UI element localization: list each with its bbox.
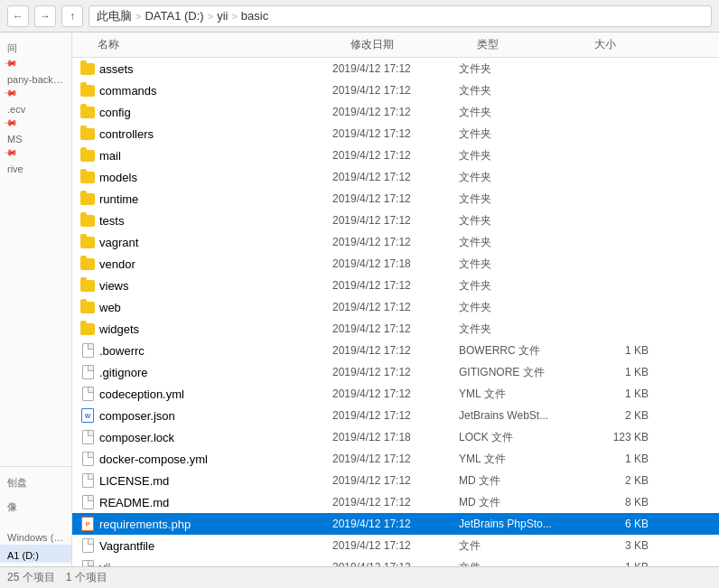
table-row[interactable]: codeception.yml 2019/4/12 17:12 YML 文件 1… xyxy=(72,383,719,405)
sidebar-item-ecv[interactable]: .ecv xyxy=(0,98,71,117)
file-size: 1 KB xyxy=(576,366,649,378)
table-row[interactable]: views 2019/4/12 17:12 文件夹 xyxy=(72,275,719,296)
file-date: 2019/4/12 17:12 xyxy=(332,62,459,75)
breadcrumb[interactable]: 此电脑 > DATA1 (D:) > yii > basic xyxy=(89,5,712,27)
back-button[interactable]: ← xyxy=(7,5,29,27)
file-date: 2019/4/12 17:12 xyxy=(332,214,459,227)
file-name: README.md xyxy=(99,496,332,509)
table-row[interactable]: config 2019/4/12 17:12 文件夹 xyxy=(72,101,719,123)
file-icon xyxy=(82,365,94,379)
file-size: 2 KB xyxy=(576,474,649,487)
file-icon-wrapper xyxy=(79,82,96,98)
file-size: 123 KB xyxy=(576,431,649,443)
sidebar-item-ms[interactable]: MS xyxy=(0,128,71,146)
pin-row-1: 📌 xyxy=(0,57,71,69)
file-icon-wrapper xyxy=(79,234,96,250)
col-header-size[interactable]: 大小 xyxy=(594,37,667,52)
sidebar-item-像[interactable]: 像 xyxy=(0,495,71,516)
forward-button[interactable]: → xyxy=(34,5,56,27)
sidebar-item-windows-c[interactable]: Windows (C:) xyxy=(0,527,71,545)
file-icon-wrapper xyxy=(79,256,96,272)
file-icon xyxy=(82,430,94,444)
file-name: web xyxy=(99,301,332,314)
pin-row-3: 📌 xyxy=(0,117,71,128)
table-row[interactable]: tests 2019/4/12 17:12 文件夹 xyxy=(72,210,719,231)
file-icon-wrapper xyxy=(79,321,96,337)
col-header-date[interactable]: 修改日期 xyxy=(350,37,477,52)
table-row[interactable]: vagrant 2019/4/12 17:12 文件夹 xyxy=(72,231,719,253)
table-row[interactable]: controllers 2019/4/12 17:12 文件夹 xyxy=(72,123,719,145)
file-date: 2019/4/12 17:12 xyxy=(332,192,459,205)
file-icon-wrapper xyxy=(79,494,96,510)
table-row[interactable]: Vagrantfile 2019/4/12 17:12 文件 3 KB xyxy=(72,535,719,556)
table-row[interactable]: widgets 2019/4/12 17:12 文件夹 xyxy=(72,318,719,340)
phpstorm-icon: P xyxy=(81,517,94,531)
file-name: requirements.php xyxy=(99,518,332,531)
file-date: 2019/4/12 17:12 xyxy=(332,453,459,465)
file-type: 文件夹 xyxy=(459,213,576,229)
file-name: controllers xyxy=(99,127,332,141)
table-row[interactable]: docker-compose.yml 2019/4/12 17:12 YML 文… xyxy=(72,448,719,470)
jetbrains-icon: W xyxy=(81,408,94,423)
sidebar-item-quick-access[interactable]: 间 xyxy=(0,36,71,57)
file-icon-wrapper xyxy=(79,212,96,229)
file-icon-wrapper xyxy=(79,104,96,120)
file-type: MD 文件 xyxy=(459,495,576,510)
table-row[interactable]: mail 2019/4/12 17:12 文件夹 xyxy=(72,145,719,166)
file-date: 2019/4/12 17:12 xyxy=(332,279,459,292)
file-name: widgets xyxy=(99,322,332,336)
file-size: 1 KB xyxy=(576,344,649,357)
file-name: runtime xyxy=(99,192,332,206)
table-row[interactable]: commands 2019/4/12 17:12 文件夹 xyxy=(72,79,719,101)
file-date: 2019/4/12 17:12 xyxy=(332,344,459,357)
folder-icon xyxy=(80,193,95,205)
table-row[interactable]: composer.lock 2019/4/12 17:18 LOCK 文件 12… xyxy=(72,426,719,448)
table-row[interactable]: vendor 2019/4/12 17:18 文件夹 xyxy=(72,253,719,275)
table-row[interactable]: README.md 2019/4/12 17:12 MD 文件 8 KB xyxy=(72,491,719,513)
file-date: 2019/4/12 17:12 xyxy=(332,149,459,162)
sidebar-item-backed[interactable]: pany-backed↑ xyxy=(0,69,71,87)
file-name: LICENSE.md xyxy=(99,474,332,488)
file-icon-wrapper: W xyxy=(79,407,96,424)
breadcrumb-sep-1: > xyxy=(135,11,141,22)
file-date: 2019/4/12 17:12 xyxy=(332,387,459,400)
sidebar: 间 📌 pany-backed↑ 📌 .ecv 📌 MS 📌 rive 刨盘 像 xyxy=(0,33,72,566)
table-row[interactable]: models 2019/4/12 17:12 文件夹 xyxy=(72,166,719,188)
file-type: 文件夹 xyxy=(459,322,576,337)
file-area: 名称 修改日期 类型 大小 assets 2019/4/12 17:12 文件夹… xyxy=(72,33,719,566)
file-name: .gitignore xyxy=(99,366,332,379)
table-row[interactable]: LICENSE.md 2019/4/12 17:12 MD 文件 2 KB xyxy=(72,470,719,491)
col-header-type[interactable]: 类型 xyxy=(477,37,594,52)
folder-icon xyxy=(80,150,95,162)
file-name: .bowerrc xyxy=(99,344,332,358)
file-type: JetBrains PhpSto... xyxy=(459,518,576,530)
file-name: commands xyxy=(99,84,332,98)
file-type: 文件夹 xyxy=(459,126,576,142)
table-row[interactable]: .bowerrc 2019/4/12 17:12 BOWERRC 文件 1 KB xyxy=(72,340,719,361)
table-row[interactable]: W composer.json 2019/4/12 17:12 JetBrain… xyxy=(72,405,719,426)
file-size: 2 KB xyxy=(576,409,649,422)
file-date: 2019/4/12 17:12 xyxy=(332,409,459,422)
file-icon xyxy=(82,538,94,553)
sidebar-item-rive[interactable]: rive xyxy=(0,158,71,176)
file-icon xyxy=(82,560,94,566)
table-row[interactable]: web 2019/4/12 17:12 文件夹 xyxy=(72,296,719,318)
table-row[interactable]: runtime 2019/4/12 17:12 文件夹 xyxy=(72,188,719,210)
table-row[interactable]: yii 2019/4/12 17:12 文件 1 KB xyxy=(72,556,719,566)
file-icon xyxy=(82,495,94,509)
sidebar-item-data1-d[interactable]: A1 (D:) xyxy=(0,545,71,563)
file-date: 2019/4/12 17:18 xyxy=(332,257,459,270)
sidebar-item-刨盘[interactable]: 刨盘 xyxy=(0,471,71,491)
file-icon-wrapper xyxy=(79,277,96,294)
file-icon-wrapper xyxy=(79,472,96,489)
file-date: 2019/4/12 17:12 xyxy=(332,322,459,335)
up-button[interactable]: ↑ xyxy=(61,5,83,27)
file-name: vagrant xyxy=(99,236,332,249)
table-row[interactable]: .gitignore 2019/4/12 17:12 GITIGNORE 文件 … xyxy=(72,361,719,383)
table-row[interactable]: assets 2019/4/12 17:12 文件夹 xyxy=(72,58,719,79)
table-row[interactable]: P requirements.php 2019/4/12 17:12 JetBr… xyxy=(72,513,719,535)
file-date: 2019/4/12 17:12 xyxy=(332,84,459,97)
file-date: 2019/4/12 17:12 xyxy=(332,301,459,313)
col-header-name[interactable]: 名称 xyxy=(98,37,350,52)
file-date: 2019/4/12 17:12 xyxy=(332,171,459,183)
